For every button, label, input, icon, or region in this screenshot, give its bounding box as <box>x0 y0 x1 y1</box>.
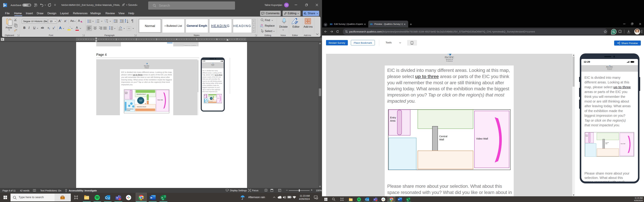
svg-text:4: 4 <box>176 38 177 40</box>
svg-text:1: 1 <box>104 19 105 21</box>
svg-text:i: i <box>105 22 106 23</box>
svg-text:5: 5 <box>196 38 197 40</box>
svg-text:12: 12 <box>316 198 318 199</box>
svg-text:2: 2 <box>136 38 137 40</box>
svg-text:c: c <box>262 26 263 28</box>
svg-text:X: X <box>407 199 408 200</box>
svg-text:6: 6 <box>216 38 217 40</box>
svg-text:W: W <box>398 199 400 200</box>
svg-text:3: 3 <box>156 38 157 40</box>
svg-text:1: 1 <box>116 38 117 40</box>
svg-text:W: W <box>4 4 6 6</box>
svg-text:3: 3 <box>96 22 96 23</box>
svg-text:a: a <box>105 21 106 22</box>
svg-text:W: W <box>150 197 152 199</box>
svg-text:2: 2 <box>96 21 96 22</box>
svg-text:X: X <box>161 197 163 199</box>
svg-text:1: 1 <box>96 19 96 21</box>
svg-text:7: 7 <box>236 38 238 40</box>
